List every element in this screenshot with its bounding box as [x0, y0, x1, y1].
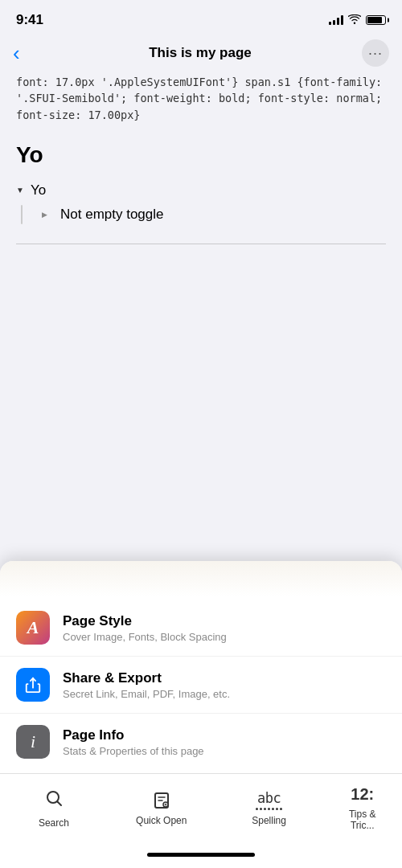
page-info-title: Page Info [63, 727, 386, 743]
sheet-preview [0, 561, 402, 596]
toolbar-item-quick-open[interactable]: Quick Open [108, 774, 215, 841]
more-button[interactable]: ··· [362, 39, 389, 67]
page-info-subtitle: Stats & Properties of this page [63, 745, 386, 757]
menu-text-share-export: Share & Export Secret Link, Email, PDF, … [63, 670, 386, 700]
toggle-child-label: Not empty toggle [60, 207, 164, 223]
battery-icon [366, 15, 386, 25]
bottom-toolbar: Search Quick Open abc [0, 773, 402, 841]
divider-line [16, 244, 386, 244]
toggle-arrow-right-icon: ▶ [42, 211, 47, 219]
share-export-title: Share & Export [63, 670, 386, 686]
toggle-item[interactable]: ▼ Yo [16, 181, 386, 200]
info-letter-icon: i [31, 731, 35, 752]
nav-bar: ‹ This is my page ··· [0, 35, 402, 71]
home-indicator [0, 841, 402, 868]
menu-item-share-export[interactable]: Share & Export Secret Link, Email, PDF, … [0, 657, 402, 714]
menu-items: A Page Style Cover Image, Fonts, Block S… [0, 596, 402, 773]
spelling-icon: abc [256, 790, 282, 810]
sheet-content: A Page Style Cover Image, Fonts, Block S… [0, 596, 402, 841]
menu-item-page-style[interactable]: A Page Style Cover Image, Fonts, Block S… [0, 600, 402, 657]
toggle-child-item[interactable]: ▶ Not empty toggle [42, 205, 164, 224]
search-label: Search [39, 817, 69, 829]
page-content: font: 17.0px '.AppleSystemUIFont'} span.… [0, 71, 402, 376]
heading-yo: Yo [16, 142, 386, 168]
share-export-icon [16, 668, 50, 702]
page-info-icon: i [16, 725, 50, 759]
code-text: font: 17.0px '.AppleSystemUIFont'} span.… [16, 71, 386, 123]
home-bar [147, 853, 255, 857]
toggle-arrow-down-icon: ▼ [16, 186, 24, 194]
signal-icon [329, 15, 343, 25]
page-title: This is my page [149, 45, 252, 61]
toggle-container: ▼ Yo ▶ Not empty toggle [16, 178, 386, 227]
status-bar: 9:41 [0, 0, 402, 35]
search-icon [44, 788, 64, 813]
back-button[interactable]: ‹ [13, 43, 39, 63]
status-time: 9:41 [16, 12, 43, 28]
page-style-icon: A [16, 611, 50, 645]
more-icon: ··· [368, 46, 383, 60]
spelling-label: Spelling [252, 815, 286, 826]
page-style-title: Page Style [63, 613, 386, 629]
menu-text-page-style: Page Style Cover Image, Fonts, Block Spa… [63, 613, 386, 643]
menu-item-page-info[interactable]: i Page Info Stats & Properties of this p… [0, 714, 402, 770]
share-export-subtitle: Secret Link, Email, PDF, Image, etc. [63, 688, 386, 700]
page-style-letter-icon: A [27, 617, 39, 638]
status-icons [329, 14, 386, 27]
share-icon [24, 676, 42, 694]
toolbar-item-spelling[interactable]: abc Spelling [215, 774, 323, 841]
page-style-subtitle: Cover Image, Fonts, Block Spacing [63, 631, 386, 643]
toolbar-item-tips[interactable]: 12: Tips &Tric... [323, 774, 402, 841]
bottom-sheet: A Page Style Cover Image, Fonts, Block S… [0, 561, 402, 868]
quick-open-label: Quick Open [136, 815, 187, 826]
tips-icon: 12: [351, 785, 374, 804]
toggle-label: Yo [31, 182, 46, 199]
tips-label: Tips &Tric... [349, 809, 376, 831]
menu-text-page-info: Page Info Stats & Properties of this pag… [63, 727, 386, 757]
toolbar-item-search[interactable]: Search [0, 774, 108, 841]
wifi-icon [348, 14, 361, 27]
quick-open-icon [152, 791, 171, 810]
